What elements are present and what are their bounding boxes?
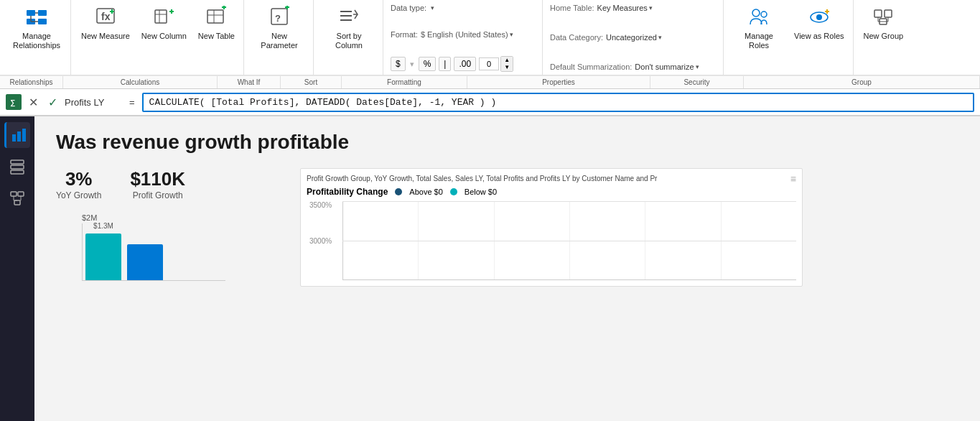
data-category-row: Data Category: Uncategorized ▾: [550, 32, 717, 42]
svg-point-30: [761, 11, 767, 17]
grid-line-top: [342, 201, 796, 202]
spin-down-button[interactable]: ▼: [501, 64, 513, 71]
bar-chart-y-label: $2M: [82, 213, 286, 222]
profitability-label: Profitability Change: [307, 187, 388, 197]
formula-bar: ∑ ✕ ✓ Profits LY =: [0, 89, 980, 116]
bar-chart: $2M $1.3M: [56, 213, 286, 281]
legend-below-label: Below $0: [465, 188, 497, 196]
ribbon-group-items: Manage Relationships: [7, 3, 66, 75]
page-title: Was revenue growth profitable: [56, 131, 958, 154]
security-buttons: Manage Roles View as Roles: [729, 3, 849, 75]
y-label-3500: 3500%: [309, 201, 332, 209]
metric-profit-label: Profit Growth: [133, 190, 183, 200]
ribbon-whatif-group: ? New Parameter: [246, 0, 314, 75]
data-category-dropdown[interactable]: Uncategorized ▾: [606, 33, 662, 42]
formula-input[interactable]: [142, 93, 974, 112]
new-group-button[interactable]: New Group: [859, 3, 908, 75]
data-category-caret: ▾: [658, 34, 662, 41]
svg-rect-47: [11, 160, 24, 164]
new-column-label: New Column: [141, 32, 187, 41]
formula-cancel-button[interactable]: ✕: [26, 94, 41, 111]
format-dropdown[interactable]: $ English (United States) ▾: [421, 30, 513, 39]
new-group-icon: [872, 6, 895, 29]
sort-items: Sort by Column: [319, 3, 378, 75]
decimal-places-input[interactable]: [479, 57, 499, 70]
y-label-3000: 3000%: [309, 237, 332, 245]
svg-rect-44: [12, 134, 16, 142]
svg-text:∑: ∑: [10, 98, 15, 107]
view-as-roles-button[interactable]: View as Roles: [790, 3, 849, 75]
metric-yoy-label: YoY Growth: [56, 190, 101, 200]
ribbon: Manage Relationships fx New Measure: [0, 0, 980, 89]
manage-roles-button[interactable]: Manage Roles: [729, 3, 788, 75]
new-column-button[interactable]: New Column: [137, 3, 191, 53]
spin-control: ▲ ▼: [479, 56, 513, 72]
right-panel-title: Profit Growth Group, YoY Growth, Total S…: [307, 175, 796, 182]
ribbon-relationships-group: Manage Relationships: [3, 0, 71, 75]
spin-up-button[interactable]: ▲: [501, 57, 513, 64]
sidebar-icon-model[interactable]: [4, 185, 30, 211]
ribbon-group-group: New Group: [855, 0, 913, 75]
formula-measure-name: Profits LY: [65, 97, 122, 108]
currency-button[interactable]: $: [391, 57, 406, 71]
percent-button[interactable]: %: [419, 57, 437, 71]
section-label-properties: Properties: [467, 76, 650, 88]
home-table-label: Home Table:: [550, 4, 594, 12]
home-table-dropdown[interactable]: Key Measures ▾: [597, 4, 653, 12]
dtype-dropdown[interactable]: ▾: [429, 4, 434, 11]
formula-bar-icon: ∑: [6, 94, 22, 110]
svg-text:?: ?: [275, 13, 281, 24]
new-column-icon: [152, 6, 175, 29]
default-summarization-row: Default Summarization: Don't summarize ▾: [550, 62, 717, 72]
spin-arrows: ▲ ▼: [500, 56, 513, 72]
formula-confirm-button[interactable]: ✓: [45, 94, 60, 111]
separator-button[interactable]: |: [439, 57, 451, 71]
new-table-label: New Table: [198, 32, 235, 41]
section-label-security: Security: [650, 76, 744, 88]
new-measure-button[interactable]: fx New Measure: [77, 3, 134, 53]
sort-by-column-button[interactable]: Sort by Column: [319, 3, 378, 53]
dtype-row: Data type: ▾: [391, 3, 536, 13]
section-label-sort: Sort: [281, 76, 342, 88]
ribbon-tab-bar: Manage Relationships fx New Measure: [0, 0, 980, 75]
bars-container: $1.3M: [82, 223, 225, 281]
svg-rect-48: [11, 165, 24, 169]
metrics-row: 3% YoY Growth $110K Profit Growth: [56, 168, 286, 200]
svg-point-29: [752, 9, 760, 17]
format-caret: ▾: [510, 31, 513, 38]
metric-profit: $110K Profit Growth: [130, 168, 185, 200]
section-label-whatif: What If: [218, 76, 281, 88]
canvas-area: Was revenue growth profitable 3% YoY Gro…: [34, 116, 980, 421]
panel-handle-icon: ≡: [790, 173, 796, 185]
new-parameter-button[interactable]: ? New Parameter: [250, 3, 309, 53]
group-buttons: New Group: [859, 3, 908, 75]
legend-row: Profitability Change Above $0 Below $0: [307, 187, 796, 197]
default-summarization-dropdown[interactable]: Don't summarize ▾: [635, 63, 699, 71]
svg-rect-16: [207, 10, 223, 23]
sort-by-column-icon: [337, 6, 360, 29]
main-area: Was revenue growth profitable 3% YoY Gro…: [0, 116, 980, 421]
format-row: Format: $ English (United States) ▾: [391, 29, 536, 40]
default-summarization-caret: ▾: [696, 63, 699, 70]
new-table-button[interactable]: New Table: [194, 3, 239, 53]
sidebar-icon-report[interactable]: [4, 122, 30, 148]
svg-rect-51: [18, 192, 24, 196]
new-measure-icon: fx: [94, 6, 117, 29]
home-table-value: Key Measures: [597, 4, 648, 12]
data-category-label: Data Category:: [550, 33, 603, 42]
bar-blue: [127, 244, 163, 280]
new-table-icon: [205, 6, 228, 29]
svg-rect-50: [11, 192, 17, 196]
ribbon-security-group: Manage Roles View as Roles: [725, 0, 854, 75]
sidebar-icon-data[interactable]: [4, 154, 30, 180]
metric-yoy: 3% YoY Growth: [56, 168, 101, 200]
left-content: 3% YoY Growth $110K Profit Growth $2M $1…: [56, 168, 286, 281]
legend-above-label: Above $0: [409, 188, 442, 196]
svg-rect-0: [27, 10, 35, 16]
svg-rect-11: [155, 10, 167, 23]
decimal-button[interactable]: .00: [454, 57, 476, 71]
right-panel: ≡ Profit Growth Group, YoY Growth, Total…: [300, 168, 803, 287]
bar-teal: $1.3M: [85, 233, 121, 280]
manage-relationships-button[interactable]: Manage Relationships: [7, 3, 66, 53]
manage-roles-label: Manage Roles: [734, 32, 784, 50]
